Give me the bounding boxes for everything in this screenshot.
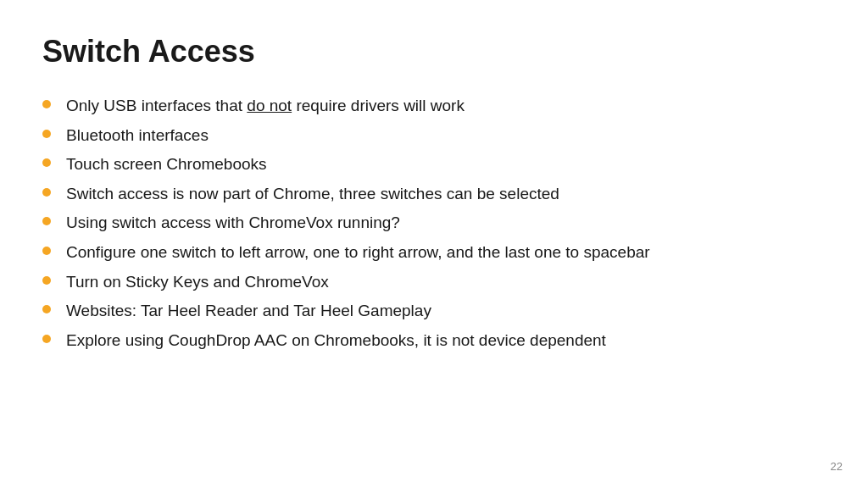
bullet-text: Bluetooth interfaces (66, 125, 826, 147)
bullet-text: Using switch access with ChromeVox runni… (66, 212, 826, 235)
bullet-dot (42, 305, 51, 313)
bullet-text: Only USB interfaces that do not require … (66, 95, 826, 118)
slide-number: 22 (831, 460, 843, 473)
list-item: Websites: Tar Heel Reader and Tar Heel G… (42, 300, 826, 323)
bullet-dot (42, 276, 51, 285)
list-item: Turn on Sticky Keys and ChromeVox (42, 271, 826, 294)
list-item: Configure one switch to left arrow, one … (42, 241, 826, 264)
bullet-text: Turn on Sticky Keys and ChromeVox (66, 271, 826, 294)
bullet-text: Explore using CoughDrop AAC on Chromeboo… (66, 330, 826, 352)
bullet-text: Switch access is now part of Chrome, thr… (66, 183, 826, 206)
bullet-text: Touch screen Chromebooks (66, 153, 826, 176)
underline-text: do not (247, 97, 292, 114)
bullet-dot (42, 100, 51, 108)
bullet-dot (42, 247, 51, 255)
bullet-text: Configure one switch to left arrow, one … (66, 241, 826, 264)
bullet-dot (42, 217, 51, 225)
bullet-dot (42, 188, 51, 197)
list-item: Using switch access with ChromeVox runni… (42, 212, 826, 235)
slide-title: Switch Access (42, 34, 826, 69)
bullet-dot (42, 158, 51, 167)
list-item: Switch access is now part of Chrome, thr… (42, 183, 826, 206)
list-item: Bluetooth interfaces (42, 125, 826, 147)
list-item: Only USB interfaces that do not require … (42, 95, 826, 118)
list-item: Touch screen Chromebooks (42, 153, 826, 176)
bullet-dot (42, 130, 51, 138)
list-item: Explore using CoughDrop AAC on Chromeboo… (42, 330, 826, 352)
slide-container: Switch Access Only USB interfaces that d… (0, 0, 868, 488)
bullet-text: Websites: Tar Heel Reader and Tar Heel G… (66, 300, 826, 323)
bullet-dot (42, 335, 51, 343)
bullet-list: Only USB interfaces that do not require … (42, 95, 826, 352)
